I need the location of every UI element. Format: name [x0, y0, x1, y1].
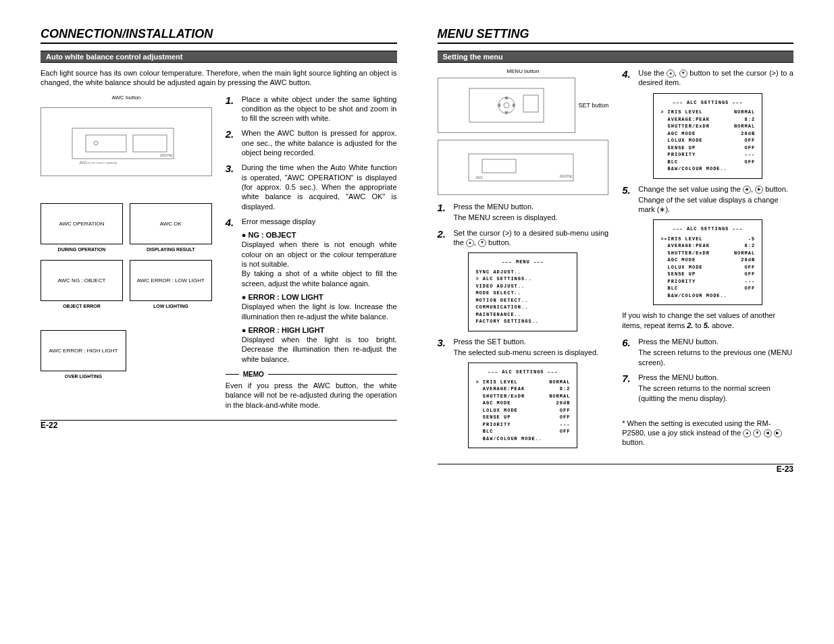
step-2: 2. When the AWC button is pressed for ap…: [226, 128, 397, 157]
svg-rect-0: [72, 128, 174, 159]
menu-row: B&W/COLOUR MODE..: [660, 292, 755, 300]
menu-main-title: ––– MENU –––: [475, 259, 570, 266]
up-icon: ▲: [466, 239, 474, 247]
subheading-setting: Setting the menu: [438, 51, 794, 63]
svg-point-9: [504, 103, 509, 108]
bullet-ng: ● NG : OBJECT Displayed when there is no…: [242, 230, 397, 288]
status-labels-1: DURING OPERATION DISPLAYING RESULT: [41, 247, 212, 252]
menu-row: B&W/COLOUR MODE..: [660, 165, 755, 173]
rstep-6: 6. Press the MENU button. The screen ret…: [622, 337, 793, 367]
svg-text:COLOR VIDEO CAMERA: COLOR VIDEO CAMERA: [86, 161, 117, 165]
rstep-3a: Press the SET button.: [454, 338, 526, 346]
panel-svg: [466, 85, 547, 126]
box-ng-object: AWC NG : OBJECT: [41, 260, 123, 301]
menu-row: > IRIS LEVELNORMAL: [660, 109, 755, 116]
right-col-2: 4. Use the ▲, ▼ button to set the cursor…: [622, 68, 793, 454]
rstep-num-2: 2.: [438, 228, 450, 240]
menu-row: PRIORITY---: [475, 421, 570, 429]
memo-header: MEMO: [226, 371, 397, 378]
rstep-num-5: 5.: [622, 184, 634, 196]
rstep-num-4: 4.: [622, 68, 634, 80]
menu-row: SHUTTER/ExDRNORMAL: [475, 393, 570, 400]
rstep-3-text: Press the SET button. The selected sub-m…: [454, 337, 609, 358]
svg-text:DIGITAL: DIGITAL: [560, 174, 573, 178]
menu-alc-title-2: ––– ALC SETTINGS –––: [660, 99, 755, 107]
step-num-4: 4.: [226, 217, 238, 228]
rstep-4a: Use the: [638, 69, 667, 77]
rstep-1-text: Press the MENU button. The MENU screen i…: [454, 202, 609, 223]
step-num-1: 1.: [226, 95, 238, 106]
svg-rect-15: [469, 154, 573, 181]
page-spread: CONNECTION/INSTALLATION Auto white balan…: [41, 27, 793, 474]
bullet-low-title: ERROR : LOW LIGHT: [248, 293, 323, 301]
camera-body-diagram: JVC DIGITAL: [438, 140, 609, 195]
menu-row: AGC MODE20dB: [660, 130, 755, 138]
down-icon: ▼: [478, 239, 486, 247]
rstep-4-text: Use the ▲, ▼ button to set the cursor (>…: [638, 68, 793, 88]
bullet-ng-title: NG : OBJECT: [248, 231, 296, 239]
step-2-text: When the AWC button is pressed for appro…: [242, 128, 397, 157]
rstep-7b: The screen returns to the normal screen …: [638, 383, 793, 403]
intro-paragraph: Each light source has its own colour tem…: [41, 68, 397, 88]
camera-svg: JVC COLOR VIDEO CAMERA DIGITAL: [66, 115, 187, 169]
left-col-diagrams: AWC button JVC COLOR VIDEO CAMERA DIGITA…: [41, 95, 212, 410]
step-4-lead: Error message display: [242, 217, 315, 225]
rstep-2a: Set the cursor (>) to a desired sub-menu…: [454, 229, 609, 246]
svg-text:DIGITAL: DIGITAL: [160, 153, 173, 157]
step-num-3: 3.: [226, 163, 238, 174]
rstep-num-3: 3.: [438, 337, 450, 348]
menu-row: AVERAGE:PEAK8:2: [660, 242, 755, 250]
heading-menu: MENU SETTING: [438, 27, 794, 44]
cap-obj-error: OBJECT ERROR: [41, 304, 123, 308]
repeat-note: If you wish to change the set values of …: [622, 311, 793, 330]
rstep-7a: Press the MENU button.: [638, 373, 719, 381]
menu-row: AGC MODE20dB: [660, 257, 755, 264]
step-3: 3. During the time when the Auto White f…: [226, 163, 397, 211]
menu-item: VIDEO ADJUST..: [475, 283, 570, 290]
menu-row: LOLUX MODEOFF: [475, 407, 570, 414]
bullet-ng-text: Displayed when there is not enough white…: [242, 240, 397, 269]
menu-row: AVERAGE:PEAK8:2: [660, 116, 755, 124]
rstep-2b: button.: [486, 238, 511, 246]
menu-row: SENSE UPOFF: [660, 271, 755, 278]
bullet-ng-text2: By taking a shot of a white object to fi…: [242, 269, 397, 288]
rstep-5b: button.: [763, 185, 788, 193]
rstep-1b: The MENU screen is displayed.: [454, 213, 609, 222]
bullet-high-title: ERROR : HIGH LIGHT: [248, 326, 324, 334]
rstep-5: 5. Change the set value using the ◀, ▶ b…: [622, 184, 793, 215]
menu-item: SYNC ADJUST..: [475, 269, 570, 276]
note-c: above.: [710, 321, 734, 329]
note-i5: 5.: [704, 321, 710, 329]
rstep-7: 7. Press the MENU button. The screen ret…: [622, 373, 793, 403]
step-3-text: During the time when the Auto White func…: [242, 163, 397, 211]
box-low-light: AWC ERROR : LOW LIGHT: [130, 260, 212, 301]
bullet-low-text: Displayed when the light is low. Increas…: [242, 302, 397, 321]
rstep-2: 2. Set the cursor (>) to a desired sub-m…: [438, 228, 609, 248]
status-row-1: AWC OPERATION AWC OK: [41, 203, 212, 244]
page-number-left: E-22: [41, 420, 397, 430]
rstep-4: 4. Use the ▲, ▼ button to set the cursor…: [622, 68, 793, 88]
page-left: CONNECTION/INSTALLATION Auto white balan…: [41, 27, 397, 474]
menu-row: LOLUX MODEOFF: [660, 137, 755, 144]
box-awc-ok: AWC OK: [130, 203, 212, 244]
cap-result: DISPLAYING RESULT: [130, 247, 212, 252]
left-icon: ◀: [743, 186, 751, 194]
heading-connection: CONNECTION/INSTALLATION: [41, 27, 397, 44]
menu-item: MODE SELECT..: [475, 290, 570, 297]
step-4-wrap: Error message display ● NG : OBJECT Disp…: [242, 217, 397, 364]
left-col-steps: 1. Place a white object under the same l…: [226, 95, 397, 410]
svg-point-2: [94, 141, 98, 145]
up-icon-2: ▲: [667, 70, 675, 78]
menu-item: MOTION DETECT..: [475, 297, 570, 304]
page-right: MENU SETTING Setting the menu MENU butto…: [438, 27, 794, 474]
step-4: 4. Error message display ● NG : OBJECT D…: [226, 217, 397, 364]
rstep-num-6: 6.: [622, 337, 634, 348]
rstep-7-text: Press the MENU button. The screen return…: [638, 373, 793, 403]
down-icon-3: ▼: [753, 429, 761, 437]
rstep-1a: Press the MENU button.: [454, 203, 534, 211]
menu-row: BLCOFF: [660, 159, 755, 166]
up-icon-3: ▲: [743, 429, 751, 437]
rstep-5a: Change the set value using the: [638, 185, 743, 193]
menu-row: SENSE UPOFF: [475, 414, 570, 421]
menu-alc-box-2: ––– ALC SETTINGS ––– > IRIS LEVELNORMAL …: [653, 93, 762, 179]
